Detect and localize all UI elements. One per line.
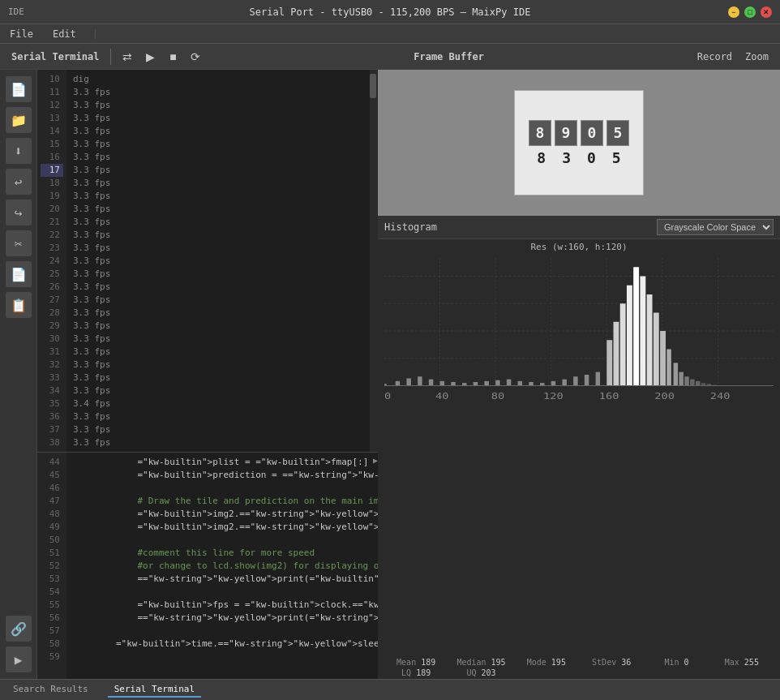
fps-line-33: 3.3 fps bbox=[73, 371, 363, 384]
svg-rect-22 bbox=[507, 380, 511, 386]
play-button[interactable]: ▶ bbox=[140, 47, 160, 67]
toolbar-divider bbox=[110, 49, 111, 65]
svg-text:40: 40 bbox=[435, 391, 449, 402]
line-number-32: 32 bbox=[41, 359, 63, 371]
code-line-number-47: 47 bbox=[41, 495, 63, 508]
right-panel: 8905 8305 Histogram Grayscale Color Spac… bbox=[378, 70, 780, 679]
line-number-31: 31 bbox=[41, 346, 63, 359]
zoom-button[interactable]: Zoom bbox=[740, 49, 774, 64]
code-line-44: ="kw-builtin">plist = ="kw-builtin">fmap… bbox=[73, 456, 371, 469]
close-button[interactable]: ✕ bbox=[761, 6, 772, 18]
code-line-50 bbox=[73, 534, 371, 547]
fps-line-25: 3.3 fps bbox=[73, 268, 363, 281]
sidebar-paste-icon[interactable]: 📋 bbox=[6, 292, 32, 318]
fps-line-16: 3.3 fps bbox=[73, 151, 363, 164]
scroll-indicator[interactable] bbox=[370, 70, 378, 452]
histogram-title: Res (w:160, h:120) bbox=[378, 239, 780, 255]
digit-labels-row: 8305 bbox=[530, 149, 627, 166]
code-line-number-54: 54 bbox=[41, 586, 63, 599]
line-number-14: 14 bbox=[41, 125, 63, 138]
code-line-number-45: 45 bbox=[41, 469, 63, 482]
svg-rect-16 bbox=[440, 381, 444, 386]
digit-label: 3 bbox=[562, 149, 571, 166]
fps-line-27: 3.3 fps bbox=[73, 294, 363, 307]
fps-line-20: 3.3 fps bbox=[73, 203, 363, 216]
code-line-number-57: 57 bbox=[41, 625, 63, 638]
line-number-29: 29 bbox=[41, 320, 63, 333]
line-number-18: 18 bbox=[41, 177, 63, 190]
svg-rect-38 bbox=[654, 313, 659, 386]
titlebar: IDE Serial Port - ttyUSB0 - 115,200 BPS … bbox=[0, 0, 780, 24]
fps-line-38: 3.3 fps bbox=[73, 436, 363, 449]
sidebar-open-icon[interactable]: 📁 bbox=[6, 107, 32, 133]
digit-box: 5 bbox=[606, 120, 629, 146]
tab-serial-terminal[interactable]: Serial Terminal bbox=[108, 682, 201, 698]
sidebar-cut-icon[interactable]: ✂ bbox=[6, 230, 32, 256]
main-layout: 📄 📁 ⬇ ↩ ↪ ✂ 📄 📋 🔗 ▶ 10111213141516171819… bbox=[0, 70, 780, 679]
svg-rect-40 bbox=[666, 350, 671, 386]
code-line-number-49: 49 bbox=[41, 521, 63, 534]
digit-label: 8 bbox=[537, 149, 546, 166]
line-number-30: 30 bbox=[41, 333, 63, 346]
sidebar-redo-icon[interactable]: ↪ bbox=[6, 200, 32, 225]
refresh-button[interactable]: ⟳ bbox=[186, 47, 205, 67]
fps-line-19: 3.3 fps bbox=[73, 190, 363, 203]
app-menu-icon: IDE bbox=[8, 6, 24, 17]
sidebar-copy-icon[interactable]: 📄 bbox=[6, 261, 32, 287]
toolbar: Serial Terminal ⇄ ▶ ■ ⟳ Frame Buffer Rec… bbox=[0, 44, 780, 70]
fps-line-12: 3.3 fps bbox=[73, 99, 363, 112]
svg-rect-34 bbox=[627, 286, 632, 386]
code-line-number-52: 52 bbox=[41, 560, 63, 573]
code-line-number-56: 56 bbox=[41, 612, 63, 625]
serial-terminal-label: Serial Terminal bbox=[6, 51, 104, 62]
stat-median: Median 195 bbox=[449, 658, 512, 667]
serial-output: 1011121314151617181920212223242526272829… bbox=[37, 70, 378, 452]
edit-menu[interactable]: Edit bbox=[49, 27, 79, 41]
code-line-56: =="kw-string">"kw-yellow">print(="kw-str… bbox=[73, 612, 371, 625]
svg-rect-19 bbox=[474, 382, 478, 386]
stat-uq: UQ 203 bbox=[449, 668, 512, 677]
svg-text:200: 200 bbox=[654, 391, 675, 402]
frame-buffer-section: Frame Buffer bbox=[208, 51, 688, 62]
code-line-45: ="kw-builtin">prediction = =="kw-string"… bbox=[73, 469, 371, 482]
line-number-23: 23 bbox=[41, 242, 63, 255]
line-number-24: 24 bbox=[41, 255, 63, 268]
code-line-58: ="kw-builtin">time.=="kw-string">"kw-yel… bbox=[73, 638, 371, 651]
minimize-button[interactable]: − bbox=[728, 6, 739, 18]
maximize-button[interactable]: □ bbox=[744, 6, 756, 18]
fps-line-17: 3.3 fps bbox=[73, 164, 363, 177]
fps-line-36: 3.3 fps bbox=[73, 410, 363, 423]
code-content[interactable]: ="kw-builtin">plist = ="kw-builtin">fmap… bbox=[66, 453, 378, 679]
file-menu[interactable]: File bbox=[6, 27, 36, 41]
fps-line-22: 3.3 fps bbox=[73, 229, 363, 242]
sidebar-undo-icon[interactable]: ↩ bbox=[6, 169, 32, 195]
code-line-53: =="kw-string">"kw-yellow">print(="kw-bui… bbox=[73, 573, 371, 586]
svg-rect-32 bbox=[614, 322, 619, 386]
sidebar-play-icon[interactable]: ▶ bbox=[6, 646, 32, 672]
sidebar-link-icon[interactable]: 🔗 bbox=[6, 616, 32, 642]
svg-rect-24 bbox=[529, 382, 533, 386]
code-line-number-55: 55 bbox=[41, 599, 63, 612]
menubar: File Edit | bbox=[0, 24, 780, 44]
line-number-25: 25 bbox=[41, 268, 63, 281]
digit-label: 5 bbox=[612, 149, 621, 166]
code-line-number-58: 58 bbox=[41, 638, 63, 651]
fps-line-21: 3.3 fps bbox=[73, 216, 363, 229]
colorspace-select[interactable]: Grayscale Color Space RGB Color Space LA… bbox=[657, 219, 774, 235]
connect-icon[interactable]: ⇄ bbox=[118, 47, 137, 67]
stat-mode: Mode 195 bbox=[515, 658, 578, 667]
record-button[interactable]: Record bbox=[692, 49, 737, 64]
stop-button[interactable]: ■ bbox=[163, 47, 182, 67]
stat-min: Min 0 bbox=[645, 658, 708, 667]
code-line-57 bbox=[73, 625, 371, 638]
code-line-47: # Draw the tile and prediction on the ma… bbox=[73, 495, 371, 508]
window-title: Serial Port - ttyUSB0 - 115,200 BPS — Ma… bbox=[250, 6, 531, 18]
fps-line-30: 3.3 fps bbox=[73, 333, 363, 346]
svg-rect-39 bbox=[660, 331, 666, 386]
code-line-52: #or change to lcd.show(img2) for display… bbox=[73, 560, 371, 573]
tab-search-results[interactable]: Search Results bbox=[6, 682, 95, 698]
svg-rect-43 bbox=[684, 376, 688, 385]
fps-line-34: 3.3 fps bbox=[73, 384, 363, 397]
sidebar-new-file-icon[interactable]: 📄 bbox=[6, 76, 32, 102]
sidebar-download-icon[interactable]: ⬇ bbox=[6, 138, 32, 164]
